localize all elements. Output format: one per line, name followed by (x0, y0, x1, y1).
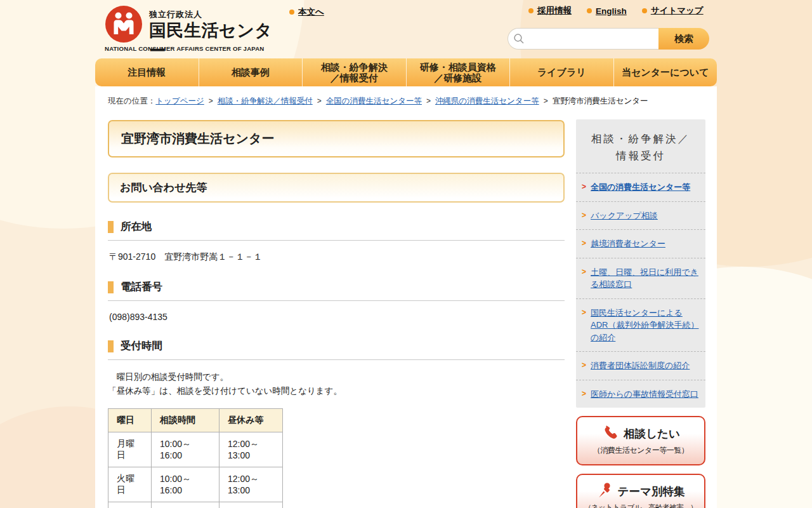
address-heading: 所在地 (108, 220, 565, 241)
phone-icon (601, 424, 618, 443)
hours-table: 曜日 相談時間 昼休み等 月曜日 10:00～16:00 12:00～13:00… (108, 408, 283, 508)
heading-bar-icon (108, 281, 114, 293)
heading-bar-icon (108, 221, 114, 233)
skip-to-content-link[interactable]: 本文へ (289, 6, 324, 18)
bullet-icon (289, 10, 294, 15)
nav-consultation-dispute[interactable]: 相談・紛争解決 ／情報受付 (303, 58, 407, 86)
breadcrumb-current: 宜野湾市消費生活センター (553, 96, 648, 107)
breadcrumb: 現在の位置： トップページ 相談・紛争解決／情報受付 全国の消費生活センター等 … (95, 86, 717, 112)
consultation-button-title: 相談したい (624, 426, 680, 441)
global-nav: 注目情報 相談事例 相談・紛争解決 ／情報受付 研修・相談員資格 ／研修施設 ラ… (95, 58, 717, 86)
content-area: 現在の位置： トップページ 相談・紛争解決／情報受付 全国の消費生活センター等 … (95, 86, 717, 508)
hours-heading: 受付時間 (108, 339, 565, 360)
table-header-row: 曜日 相談時間 昼休み等 (108, 408, 283, 432)
nav-library[interactable]: ライブラリ (510, 58, 614, 86)
org-name-en: NATIONAL CONSUMER AFFAIRS CENTER OF JAPA… (105, 45, 264, 52)
nav-training[interactable]: 研修・相談員資格 ／研修施設 (407, 58, 511, 86)
org-prefix: 独立行政法人 (149, 10, 202, 19)
table-row: 火曜日 10:00～16:00 12:00～13:00 (108, 467, 283, 502)
nav-attention[interactable]: 注目情報 (95, 58, 199, 86)
pushpin-icon (597, 482, 612, 501)
site-logo[interactable]: 独立行政法人 国民生活センター NATIONAL CONSUMER AFFAIR… (105, 4, 282, 51)
heading-bar-icon (108, 340, 114, 352)
col-header-lunch: 昼休み等 (219, 408, 283, 432)
english-link[interactable]: English (587, 5, 627, 17)
search-icon (513, 33, 525, 47)
contact-box-title: お問い合わせ先等 (108, 173, 565, 203)
arrow-icon: > (582, 237, 586, 249)
sidebar-item-national-centers[interactable]: > 全国の消費生活センター等 (576, 173, 705, 201)
table-row: 水曜日 10:00～16:00 12:00～13:00 (108, 502, 283, 508)
breadcrumb-link-consultation[interactable]: 相談・紛争解決／情報受付 (218, 97, 313, 105)
recruit-link[interactable]: 採用情報 (528, 5, 572, 17)
sidebar-links: > 全国の消費生活センター等 > バックアップ相談 > 越境消費者センター > … (576, 173, 705, 408)
sidebar: 相談・紛争解決／ 情報受付 > 全国の消費生活センター等 > バックアップ相談 … (576, 112, 705, 508)
arrow-icon: > (582, 388, 586, 399)
arrow-icon: > (582, 181, 586, 192)
bullet-icon (587, 8, 592, 13)
sidebar-item-backup-consultation[interactable]: > バックアップ相談 (576, 201, 705, 230)
breadcrumb-link-okinawa-centers[interactable]: 沖縄県の消費生活センター等 (435, 97, 539, 105)
utility-links: 採用情報 English サイトマップ (528, 5, 704, 17)
arrow-icon: > (582, 307, 586, 318)
org-name: 国民生活センター (149, 21, 272, 60)
col-header-day: 曜日 (108, 408, 152, 432)
theme-feature-button-title: テーマ別特集 (618, 484, 685, 499)
arrow-icon: > (582, 266, 586, 277)
breadcrumb-link-national-centers[interactable]: 全国の消費生活センター等 (326, 97, 422, 105)
theme-feature-button[interactable]: テーマ別特集 （ネットトラブル、高齢者被害…） (576, 474, 705, 508)
bullet-icon (528, 8, 534, 13)
sidebar-item-weekend-holiday[interactable]: > 土曜、日曜、祝日に利用できる相談窓口 (576, 258, 705, 298)
sidebar-item-consumer-lawsuit[interactable]: > 消費者団体訴訟制度の紹介 (576, 351, 705, 380)
consultation-button[interactable]: 相談したい （消費生活センター等一覧） (576, 416, 705, 465)
bullet-icon (642, 8, 647, 13)
sidebar-item-adr[interactable]: > 国民生活センターによるADR（裁判外紛争解決手続）の紹介 (576, 298, 705, 352)
sidebar-item-doctor-reports[interactable]: > 医師からの事故情報受付窓口 (576, 380, 705, 408)
phone-heading: 電話番号 (108, 280, 565, 301)
search-input[interactable] (508, 28, 658, 50)
breadcrumb-link-top[interactable]: トップページ (155, 97, 204, 105)
address-text: 〒901-2710 宜野湾市野嵩１－１－１ (109, 251, 565, 263)
hours-note: 曜日別の相談受付時間です。 「昼休み等」は、相談を受け付けていない時間となります… (108, 370, 565, 399)
breadcrumb-label: 現在の位置： (108, 96, 155, 107)
search-bar: 検索 (508, 28, 709, 50)
sidebar-item-cross-border[interactable]: > 越境消費者センター (576, 229, 705, 258)
site-header: 独立行政法人 国民生活センター NATIONAL CONSUMER AFFAIR… (0, 0, 812, 58)
logo-icon (105, 5, 143, 46)
page-title: 宜野湾市消費生活センター (108, 120, 565, 157)
sidebar-panel: 相談・紛争解決／ 情報受付 > 全国の消費生活センター等 > バックアップ相談 … (576, 119, 705, 408)
consultation-button-subtitle: （消費生活センター等一覧） (581, 445, 700, 456)
nav-about-center[interactable]: 当センターについて (614, 58, 717, 86)
theme-feature-button-subtitle: （ネットトラブル、高齢者被害…） (581, 503, 700, 508)
sitemap-link[interactable]: サイトマップ (642, 5, 704, 17)
search-button[interactable]: 検索 (658, 28, 709, 50)
nav-case-examples[interactable]: 相談事例 (199, 58, 303, 86)
main-column: 宜野湾市消費生活センター お問い合わせ先等 所在地 〒901-2710 宜野湾市… (108, 112, 565, 508)
phone-number-text: (098)893-4135 (109, 312, 565, 322)
sidebar-title: 相談・紛争解決／ 情報受付 (576, 119, 705, 173)
arrow-icon: > (582, 359, 586, 371)
table-row: 月曜日 10:00～16:00 12:00～13:00 (108, 432, 283, 467)
arrow-icon: > (582, 210, 586, 221)
col-header-time: 相談時間 (152, 408, 219, 432)
